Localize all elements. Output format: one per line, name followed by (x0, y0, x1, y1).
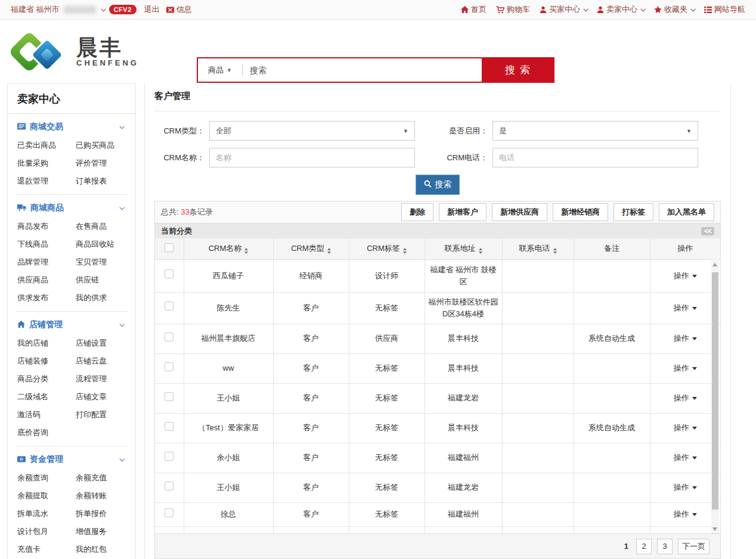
sidebar-item-打印配置[interactable]: 打印配置 (76, 409, 126, 420)
logout-link[interactable]: 退出 (144, 4, 160, 15)
select-all-checkbox[interactable] (165, 243, 173, 252)
sort-icon[interactable] (553, 248, 557, 254)
search-category-select[interactable]: 商品 ▼ (198, 58, 242, 82)
sidebar-item-店铺云盘[interactable]: 店铺云盘 (76, 356, 126, 367)
scroll-up-icon[interactable] (712, 263, 717, 266)
sidebar-item-充值卡[interactable]: 充值卡 (17, 544, 76, 555)
sidebar-item-宝贝管理[interactable]: 宝贝管理 (76, 257, 126, 268)
sidebar-item-我的店铺[interactable]: 我的店铺 (17, 338, 76, 349)
toolbar-button-新增客户[interactable]: 新增客户 (439, 203, 487, 221)
sort-icon[interactable] (403, 248, 407, 254)
logo[interactable]: 晨丰 CHENFENG (13, 29, 139, 74)
sidebar-item-拆单报价[interactable]: 拆单报价 (76, 508, 126, 519)
row-action-dropdown[interactable]: 操作 (674, 510, 697, 518)
sidebar-item-我的供求[interactable]: 我的供求 (76, 293, 126, 303)
row-action-dropdown[interactable]: 操作 (674, 423, 697, 432)
sidebar-item-激活码[interactable]: 激活码 (17, 409, 76, 420)
crm-name-input[interactable] (216, 153, 408, 162)
sort-icon[interactable] (327, 248, 331, 254)
sidebar-section-header[interactable]: 商城交易 (17, 122, 126, 132)
sidebar-item-品牌管理[interactable]: 品牌管理 (17, 257, 76, 268)
sidebar-section-header[interactable]: 店铺管理 (17, 319, 126, 330)
sidebar-item-供应商品[interactable]: 供应商品 (17, 275, 76, 285)
toolbar-button-打标签[interactable]: 打标签 (614, 203, 653, 221)
next-page-button[interactable]: 下一页 (678, 539, 709, 554)
row-action-dropdown[interactable]: 操作 (674, 334, 697, 343)
sidebar-item-下线商品[interactable]: 下线商品 (17, 239, 76, 250)
search-button[interactable]: 搜索 (482, 58, 553, 82)
sidebar-item-供应链[interactable]: 供应链 (76, 275, 126, 285)
sort-icon[interactable] (244, 248, 248, 254)
toolbar-button-删除[interactable]: 删除 (401, 203, 433, 221)
column-header-联系电话[interactable]: 联系电话 (502, 238, 574, 259)
toolbar-button-新增供应商[interactable]: 新增供应商 (492, 203, 547, 221)
row-checkbox[interactable] (165, 362, 173, 371)
topnav-买家中心[interactable]: 买家中心 (540, 4, 587, 15)
row-checkbox[interactable] (165, 302, 173, 310)
row-action-dropdown[interactable]: 操作 (674, 483, 697, 492)
filter-search-button[interactable]: 搜索 (416, 175, 460, 195)
row-action-dropdown[interactable]: 操作 (674, 303, 697, 312)
column-header-CRM类型[interactable]: CRM类型 (273, 238, 349, 259)
sidebar-item-已卖出商品[interactable]: 已卖出商品 (17, 140, 76, 151)
topnav-收藏夹[interactable]: 收藏夹 (654, 4, 695, 15)
search-input[interactable] (243, 58, 482, 82)
sidebar-item-二级域名[interactable]: 二级域名 (17, 392, 76, 402)
sidebar-section-header[interactable]: 商城商品 (17, 203, 126, 213)
sidebar-item-余额查询[interactable]: 余额查询 (17, 473, 76, 483)
sidebar-item-商品分类[interactable]: 商品分类 (17, 374, 76, 384)
sort-icon[interactable] (479, 248, 482, 254)
toolbar-button-加入黑名单[interactable]: 加入黑名单 (659, 203, 714, 221)
sidebar-item-订单报表[interactable]: 订单报表 (76, 176, 126, 187)
column-header-联系地址[interactable]: 联系地址 (425, 238, 502, 259)
sidebar-item-批量采购[interactable]: 批量采购 (17, 158, 76, 169)
row-checkbox[interactable] (165, 392, 173, 401)
topnav-首页[interactable]: 首页 (461, 4, 487, 15)
row-checkbox[interactable] (165, 422, 173, 431)
topnav-卖家中心[interactable]: 卖家中心 (597, 4, 645, 15)
sidebar-item-余额转账[interactable]: 余额转账 (76, 490, 126, 501)
row-checkbox[interactable] (165, 333, 173, 341)
messages-link[interactable]: 信息 (166, 4, 192, 15)
sidebar-item-店铺装修[interactable]: 店铺装修 (17, 356, 76, 367)
sidebar-item-店铺文章[interactable]: 店铺文章 (76, 392, 126, 402)
sidebar-item-已购买商品[interactable]: 已购买商品 (76, 140, 126, 151)
scroll-down-icon[interactable] (712, 527, 717, 531)
sidebar-item-底价咨询[interactable]: 底价咨询 (17, 427, 76, 438)
sidebar-section-header[interactable]: 资金管理 (17, 454, 126, 465)
sidebar-item-评价管理[interactable]: 评价管理 (76, 158, 126, 169)
sidebar-item-余额充值[interactable]: 余额充值 (76, 473, 126, 483)
row-action-dropdown[interactable]: 操作 (674, 393, 697, 402)
topnav-网站导航[interactable]: 网站导航 (704, 4, 745, 15)
row-action-dropdown[interactable]: 操作 (674, 453, 697, 462)
sidebar-item-在售商品[interactable]: 在售商品 (76, 221, 126, 232)
sidebar-item-商品发布[interactable]: 商品发布 (17, 221, 76, 232)
row-checkbox[interactable] (165, 482, 173, 490)
sidebar-item-商品回收站[interactable]: 商品回收站 (76, 239, 126, 250)
column-header-CRM标签[interactable]: CRM标签 (349, 238, 425, 259)
sidebar-item-拆单流水[interactable]: 拆单流水 (17, 508, 76, 519)
column-header-CRM名称[interactable]: CRM名称 (184, 238, 273, 259)
row-checkbox[interactable] (165, 269, 173, 278)
row-action-dropdown[interactable]: 操作 (674, 271, 697, 280)
page-button-3[interactable]: 3 (657, 539, 673, 554)
sidebar-item-供求发布[interactable]: 供求发布 (17, 293, 76, 303)
toolbar-button-新增经销商[interactable]: 新增经销商 (553, 203, 608, 221)
row-action-dropdown[interactable]: 操作 (674, 364, 697, 372)
sidebar-item-店铺设置[interactable]: 店铺设置 (76, 338, 126, 349)
crm-type-select[interactable]: 全部 ▼ (209, 121, 415, 141)
sidebar-item-余额提取[interactable]: 余额提取 (17, 490, 76, 501)
sidebar-item-流程管理[interactable]: 流程管理 (76, 374, 126, 384)
enabled-select[interactable]: 是 ▼ (492, 121, 698, 141)
crm-phone-input[interactable] (499, 153, 692, 162)
page-button-2[interactable]: 2 (636, 539, 652, 554)
topnav-购物车[interactable]: 购物车 (496, 4, 530, 15)
table-scrollbar[interactable] (711, 259, 719, 535)
sidebar-item-退款管理[interactable]: 退款管理 (17, 176, 76, 187)
row-checkbox[interactable] (165, 452, 173, 461)
sidebar-item-设计包月[interactable]: 设计包月 (17, 526, 76, 537)
scrollbar-thumb[interactable] (712, 272, 718, 510)
row-checkbox[interactable] (165, 508, 173, 517)
chevron-down-icon[interactable] (101, 7, 106, 11)
sidebar-item-增值服务[interactable]: 增值服务 (76, 526, 126, 537)
